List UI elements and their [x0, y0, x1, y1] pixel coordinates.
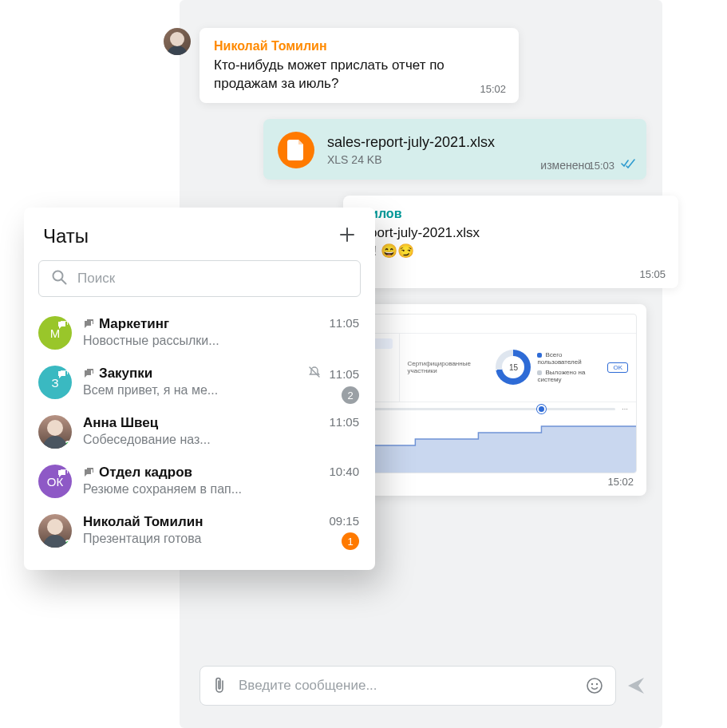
message-text: Кто-нибудь может прислать отчет по прода…	[214, 57, 504, 93]
message-time: 15:03	[588, 160, 614, 172]
chats-panel: Чаты Поиск ММаркетингНовостные рассылки.…	[24, 208, 375, 570]
svg-point-3	[53, 271, 63, 281]
presence-dot	[64, 441, 72, 449]
message-file-ref: report-july-2021.xlsx	[358, 224, 664, 243]
chat-avatar	[38, 415, 72, 449]
group-icon	[83, 319, 94, 329]
message-item: sales-report-july-2021.xlsx XLS 24 KB из…	[200, 119, 646, 180]
message-bubble[interactable]: Шилов report-july-2021.xlsx бо! 😄😏 15:05	[343, 196, 678, 288]
send-button[interactable]	[626, 675, 646, 696]
presence-dot	[64, 540, 72, 548]
svg-point-0	[587, 679, 602, 693]
group-icon	[83, 468, 94, 477]
chat-preview: Новостные рассылки...	[83, 334, 361, 348]
svg-point-2	[596, 683, 598, 685]
message-bubble[interactable]: Николай Томилин Кто-нибудь может прислат…	[200, 28, 519, 103]
message-input-container[interactable]: Введите сообщение...	[200, 666, 616, 706]
chat-list-item[interactable]: ЗЗакупкиВсем привет, я на ме...11:052	[24, 358, 375, 407]
read-receipt-icon	[621, 157, 635, 172]
chat-time: 10:40	[329, 465, 359, 478]
file-meta: XLS 24 KB	[327, 153, 495, 166]
chat-preview: Резюме сохраняем в пап...	[83, 482, 361, 497]
chat-time: 11:05	[329, 415, 359, 429]
chat-list-item[interactable]: Анна ШвецСобеседование наз...11:05	[24, 407, 375, 457]
chat-list-item[interactable]: ОКОтдел кадровРезюме сохраняем в пап...1…	[24, 457, 375, 506]
muted-icon	[308, 366, 321, 382]
chat-name: Николай Томилин	[83, 514, 361, 530]
add-chat-button[interactable]	[338, 226, 356, 247]
svg-point-1	[591, 683, 593, 685]
chat-name: Маркетинг	[83, 316, 361, 332]
message-time: 15:02	[480, 83, 506, 95]
group-badge-icon	[57, 468, 69, 481]
unread-badge: 1	[342, 532, 359, 550]
group-badge-icon	[57, 369, 69, 382]
search-input[interactable]: Поиск	[38, 260, 361, 297]
chat-name: Отдел кадров	[83, 465, 361, 481]
chat-time: 11:05	[329, 316, 359, 330]
message-item: Шилов report-july-2021.xlsx бо! 😄😏 15:05	[375, 196, 646, 288]
message-input-placeholder[interactable]: Введите сообщение...	[239, 678, 574, 694]
chat-time: 11:05	[329, 367, 359, 381]
group-badge-icon	[57, 319, 69, 333]
message-time: 15:05	[639, 268, 666, 280]
chat-name: Анна Швец	[83, 415, 361, 431]
chat-avatar: З	[38, 366, 72, 399]
donut-chart	[496, 350, 531, 385]
message-item: Николай Томилин Кто-нибудь может прислат…	[200, 28, 646, 103]
chat-avatar	[38, 514, 72, 548]
message-time: 15:02	[607, 476, 634, 488]
ok-badge: OK	[607, 362, 628, 373]
emoji-icon[interactable]	[585, 676, 604, 695]
chat-time: 09:15	[329, 514, 359, 528]
search-placeholder: Поиск	[77, 271, 115, 287]
file-name: sales-report-july-2021.xlsx	[327, 134, 495, 152]
sender-name: Николай Томилин	[214, 39, 504, 53]
attach-icon[interactable]	[211, 676, 227, 695]
composer: Введите сообщение...	[200, 666, 646, 706]
message-status: изменено	[540, 159, 591, 172]
chat-list-item[interactable]: Николай ТомилинПрезентация готова09:151	[24, 506, 375, 556]
unread-badge: 2	[342, 386, 359, 404]
chat-preview: Презентация готова	[83, 532, 361, 546]
sender-name: Шилов	[358, 207, 664, 221]
chat-avatar: М	[38, 316, 72, 350]
chat-preview: Собеседование наз...	[83, 433, 361, 447]
group-icon	[83, 369, 94, 378]
chat-avatar: ОК	[38, 465, 72, 498]
file-icon	[278, 132, 314, 168]
search-icon	[50, 268, 68, 289]
panel-title: Чаты	[43, 225, 89, 247]
chat-list-item[interactable]: ММаркетингНовостные рассылки...11:05	[24, 308, 375, 358]
chat-list: ММаркетингНовостные рассылки...11:05ЗЗак…	[24, 305, 375, 559]
message-bubble-outgoing[interactable]: sales-report-july-2021.xlsx XLS 24 KB из…	[263, 119, 646, 180]
avatar	[164, 28, 191, 55]
message-text: бо! 😄😏	[358, 243, 664, 261]
